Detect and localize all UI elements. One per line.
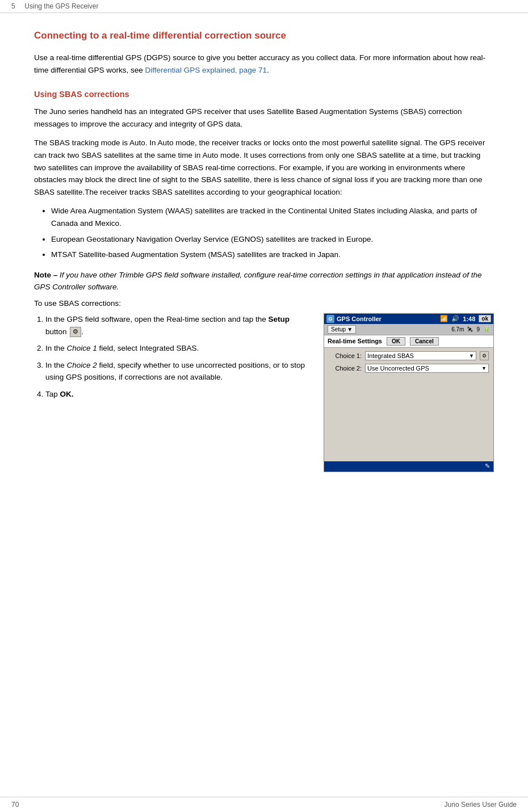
speaker-icon: 🔊	[451, 315, 459, 322]
choice1-select-value: Integrated SBAS	[367, 352, 414, 359]
choice1-label: Choice 1	[67, 344, 97, 352]
realtime-cancel-btn[interactable]: Cancel	[410, 337, 439, 346]
step-1: In the GPS field software, open the Real…	[45, 313, 312, 338]
steps-intro: To use SBAS corrections:	[34, 299, 494, 308]
ok-bold: OK.	[60, 390, 74, 398]
screenshot-footer-icon: ✎	[485, 462, 490, 470]
list-item: MTSAT Satellite-based Augmentation Syste…	[51, 249, 494, 261]
titlebar-time: 1:48	[463, 315, 475, 322]
screenshot-mockup: G GPS Controller 📶 🔊 1:48 ok Setup ▼	[324, 313, 494, 472]
steps-column: In the GPS field software, open the Real…	[34, 313, 312, 405]
screenshot-titlebar: G GPS Controller 📶 🔊 1:48 ok	[324, 314, 493, 324]
note-text: If you have other Trimble GPS field soft…	[34, 271, 481, 292]
step-3: In the Choice 2 field, specify whether t…	[45, 359, 312, 384]
choice1-edit-icon[interactable]: ⚙	[480, 351, 489, 360]
note-paragraph: Note – If you have other Trimble GPS fie…	[34, 269, 494, 293]
realtime-ok-btn[interactable]: OK	[387, 337, 405, 346]
setup-icon: ⚙	[70, 327, 81, 337]
page-container: 5 Using the GPS Receiver Connecting to a…	[0, 0, 528, 812]
titlebar-ok-btn[interactable]: ok	[479, 315, 491, 322]
steps-list: In the GPS field software, open the Real…	[45, 313, 312, 401]
choice2-select[interactable]: Use Uncorrected GPS ▼	[365, 364, 489, 373]
choice1-field-label: Choice 1:	[329, 352, 362, 359]
titlebar-right: 📶 🔊 1:48 ok	[440, 315, 491, 322]
setup-dropdown-btn[interactable]: Setup ▼	[328, 325, 356, 334]
sub-section-title: Using SBAS corrections	[34, 90, 494, 99]
realtime-header: Real-time Settings OK Cancel	[324, 335, 493, 348]
link-text: Differential GPS explained, page 71	[145, 66, 267, 74]
choice2-select-value: Use Uncorrected GPS	[367, 365, 429, 372]
setup-bold: Setup	[268, 315, 290, 323]
link-suffix: .	[267, 66, 269, 74]
page-footer: 70 Juno Series User Guide	[0, 797, 528, 812]
list-item: European Geostationary Navigation Overla…	[51, 233, 494, 246]
distance-value: 6.7m	[451, 326, 464, 333]
chapter-title: Using the GPS Receiver	[24, 2, 98, 10]
realtime-label: Real-time Settings	[328, 338, 382, 344]
differential-gps-link[interactable]: Differential GPS explained, page 71	[145, 66, 267, 74]
battery-icon: 🔋	[483, 326, 490, 333]
choice1-dropdown-arrow: ▼	[469, 353, 474, 359]
steps-and-screenshot: In the GPS field software, open the Real…	[34, 313, 494, 472]
choice2-label: Choice 2	[67, 361, 97, 369]
page-number: 70	[11, 801, 445, 809]
choice2-row: Choice 2: Use Uncorrected GPS ▼	[329, 364, 489, 373]
titlebar-app-icon: G	[326, 315, 334, 323]
dropdown-arrow-icon: ▼	[347, 326, 353, 333]
screenshot-body: Choice 1: Integrated SBAS ▼ ⚙ Choice 2: …	[324, 348, 493, 461]
main-content: Connecting to a real-time differential c…	[0, 13, 528, 506]
titlebar-title: GPS Controller	[337, 315, 438, 322]
signal-icon: 📶	[440, 315, 448, 322]
bullet-list: Wide Area Augmentation System (WAAS) sat…	[51, 205, 494, 260]
screenshot-statusbar: Setup ▼ 6.7m 🛰 9 🔋	[324, 324, 493, 335]
satellite-icon: 🛰	[467, 326, 473, 333]
guide-title: Juno Series User Guide	[445, 801, 517, 809]
top-bar: 5 Using the GPS Receiver	[0, 0, 528, 13]
list-item: Wide Area Augmentation System (WAAS) sat…	[51, 205, 494, 229]
choice2-dropdown-arrow: ▼	[481, 365, 487, 371]
choice1-select[interactable]: Integrated SBAS ▼	[365, 351, 476, 360]
screenshot-footer: ✎	[324, 461, 493, 472]
setup-btn-label: Setup	[331, 326, 346, 333]
step-4: Tap OK.	[45, 388, 312, 401]
statusbar-info: 6.7m 🛰 9 🔋	[451, 326, 490, 333]
choice2-field-label: Choice 2:	[329, 365, 362, 372]
sbas-para2: The SBAS tracking mode is Auto. In Auto …	[34, 137, 494, 198]
main-section-title: Connecting to a real-time differential c…	[34, 30, 494, 41]
satellite-count: 9	[476, 326, 480, 333]
choice1-row: Choice 1: Integrated SBAS ▼ ⚙	[329, 351, 489, 360]
chapter-number: 5	[11, 2, 15, 10]
sbas-para1: The Juno series handheld has an integrat…	[34, 106, 494, 130]
note-label: Note –	[34, 271, 57, 279]
step-2: In the Choice 1 field, select Integrated…	[45, 342, 312, 355]
intro-paragraph: Use a real-time differential GPS (DGPS) …	[34, 52, 494, 76]
chapter-label: 5 Using the GPS Receiver	[11, 2, 517, 10]
